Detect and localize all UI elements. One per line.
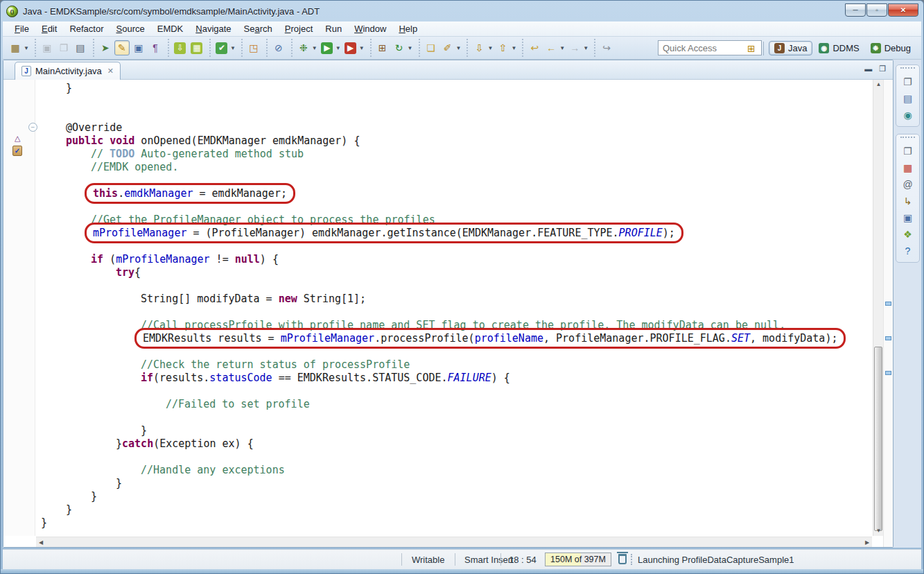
- export-dropdown-icon[interactable]: ▼: [511, 45, 516, 51]
- minimize-editor-icon[interactable]: ▬: [864, 64, 872, 73]
- view-stack: ❐▦@↳▣❖?: [896, 134, 920, 263]
- maximize-editor-icon[interactable]: ❒: [879, 64, 886, 73]
- mark-element-icon[interactable]: ✐: [440, 40, 455, 55]
- outline-view-icon[interactable]: ▤: [900, 90, 916, 106]
- overview-ruler[interactable]: [883, 80, 893, 547]
- menu-project[interactable]: Project: [279, 22, 319, 35]
- code-editor[interactable]: − △ ✓ }@Overridepublic void onOpened(EMD…: [3, 80, 893, 547]
- file-explorer-view-icon[interactable]: ↳: [900, 193, 916, 209]
- last-edit-location-icon[interactable]: ↪: [599, 40, 614, 55]
- menu-navigate[interactable]: Navigate: [189, 22, 237, 35]
- code-line: }: [41, 82, 872, 95]
- forward-icon[interactable]: →: [567, 40, 582, 55]
- stack-grip[interactable]: [900, 137, 915, 141]
- menu-emdk[interactable]: EMDK: [151, 22, 190, 35]
- code-line: }: [41, 424, 872, 437]
- export-icon[interactable]: ⇧: [495, 40, 510, 55]
- mark-element-dropdown-icon[interactable]: ▼: [456, 45, 462, 51]
- import-dropdown-icon[interactable]: ▼: [487, 45, 493, 51]
- scroll-left-arrow[interactable]: ◀: [36, 537, 46, 548]
- maximize-button[interactable]: ▫: [866, 3, 887, 17]
- code-line: @Override: [41, 121, 872, 134]
- code-content[interactable]: }@Overridepublic void onOpened(EMDKManag…: [36, 80, 872, 536]
- back-to-last-edit-icon[interactable]: ↩: [527, 40, 542, 55]
- menu-window[interactable]: Window: [348, 22, 392, 35]
- save-icon[interactable]: ▣: [40, 40, 55, 55]
- overview-annotation[interactable]: [885, 302, 891, 306]
- generate-javadoc-dropdown-icon[interactable]: ▼: [408, 45, 413, 51]
- menu-source[interactable]: Source: [110, 22, 151, 35]
- progress-message: Launching ProfileDataCaptureSample1: [638, 555, 794, 565]
- logcat-view-icon[interactable]: ▦: [900, 159, 916, 175]
- debug-attach-icon[interactable]: ➤: [98, 40, 113, 55]
- menu-run[interactable]: Run: [319, 22, 348, 35]
- vertical-scroll-thumb[interactable]: [874, 347, 882, 531]
- open-perspective-button[interactable]: ⊞: [744, 41, 759, 56]
- toolbar-group: ↩←▼→▼: [522, 39, 593, 57]
- tab-close-icon[interactable]: ✕: [107, 67, 114, 76]
- tab-mainactivity[interactable]: J MainActivity.java ✕: [15, 62, 121, 80]
- run-as-dropdown-icon[interactable]: ▼: [359, 45, 365, 51]
- run-android-lint-dropdown-icon[interactable]: ▼: [230, 45, 236, 51]
- restore-views-icon[interactable]: ❐: [900, 143, 916, 159]
- help-view-icon[interactable]: ?: [900, 243, 916, 259]
- menu-help[interactable]: Help: [392, 22, 424, 35]
- todo-task-icon[interactable]: ✓: [12, 146, 22, 156]
- horizontal-scrollbar[interactable]: ◀ ▶: [36, 537, 872, 547]
- new-wizard-icon[interactable]: ▦: [8, 40, 23, 55]
- perspective-ddms-button[interactable]: ◉DDMS: [814, 42, 864, 55]
- run-icon[interactable]: ▶: [320, 40, 335, 55]
- forward-dropdown-icon[interactable]: ▼: [583, 45, 589, 51]
- run-as-icon[interactable]: ▶: [343, 40, 358, 55]
- stack-grip[interactable]: [900, 67, 915, 71]
- open-resource-icon[interactable]: ❏: [424, 40, 439, 55]
- import-icon[interactable]: ⇩: [471, 40, 487, 55]
- menu-edit[interactable]: Edit: [35, 22, 63, 35]
- override-indicator-icon[interactable]: △: [15, 134, 20, 143]
- garbage-collect-icon[interactable]: [618, 554, 627, 564]
- perspective-debug-button[interactable]: ❉Debug: [866, 42, 916, 55]
- scroll-up-arrow[interactable]: ▲: [873, 80, 884, 89]
- minimized-views-panel: ❐▤◉❐▦@↳▣❖?: [894, 60, 921, 548]
- main-toolbar: ▦▼▣❐▤➤✎▣¶⇩▦✔▼◳⊘❉▼▶▼▶▼⊞↻▼❏✐▼⇩▼⇧▼↩←▼→▼↪ ⊞J…: [3, 37, 921, 60]
- perspective-java-button[interactable]: JJava: [769, 41, 812, 55]
- internal-web-browser-view-icon[interactable]: ◉: [900, 107, 916, 123]
- back-dropdown-icon[interactable]: ▼: [559, 45, 565, 51]
- generate-javadoc-icon[interactable]: ↻: [392, 40, 407, 55]
- new-java-project-icon[interactable]: ⊞: [375, 40, 390, 55]
- console-view-icon[interactable]: ▣: [900, 209, 916, 225]
- minimize-button[interactable]: ─: [845, 3, 866, 17]
- overview-annotation[interactable]: [885, 336, 891, 340]
- code-line: String[] modifyData = new String[1];: [41, 293, 872, 306]
- save-all-icon[interactable]: ❐: [56, 40, 71, 55]
- scroll-right-arrow[interactable]: ▶: [862, 537, 872, 548]
- close-button[interactable]: ✕: [888, 3, 918, 17]
- menu-refactor[interactable]: Refactor: [63, 22, 110, 35]
- devices-view-icon[interactable]: ❖: [900, 226, 916, 242]
- format-icon[interactable]: ¶: [148, 40, 163, 55]
- vertical-scrollbar[interactable]: ▲ ▼: [873, 80, 883, 536]
- code-line: //Check the return status of processProf…: [41, 358, 872, 372]
- android-sdk-manager-icon[interactable]: ⇩: [173, 40, 188, 55]
- menu-search[interactable]: Search: [238, 22, 279, 35]
- overview-annotation[interactable]: [885, 371, 891, 375]
- title-bar[interactable]: () Java - EMDKSample/src/com/symbol/emdk…: [1, 1, 923, 21]
- scroll-down-arrow[interactable]: ▼: [873, 526, 884, 536]
- new-wizard-dropdown-icon[interactable]: ▼: [24, 45, 29, 51]
- run-android-lint-icon[interactable]: ✔: [214, 40, 229, 55]
- toggle-annotations-icon[interactable]: ⊘: [271, 40, 286, 55]
- debug-icon[interactable]: ❉: [296, 40, 311, 55]
- menu-file[interactable]: File: [8, 22, 35, 35]
- run-dropdown-icon[interactable]: ▼: [335, 45, 341, 51]
- code-line: [41, 385, 872, 398]
- back-icon[interactable]: ←: [543, 40, 559, 55]
- annotations-view-icon[interactable]: @: [900, 176, 916, 192]
- editor-region: J MainActivity.java ✕ ▬ ❒ − △ ✓ }@Overri…: [3, 60, 894, 548]
- android-virtual-device-manager-icon[interactable]: ▦: [189, 40, 204, 55]
- show-source-of-element-icon[interactable]: ▣: [131, 40, 146, 55]
- toggle-mark-occurrences-icon[interactable]: ✎: [114, 40, 130, 55]
- print-icon[interactable]: ▤: [73, 40, 88, 55]
- restore-views-icon[interactable]: ❐: [900, 73, 916, 89]
- debug-dropdown-icon[interactable]: ▼: [312, 45, 317, 51]
- new-android-application-icon[interactable]: ◳: [246, 40, 261, 55]
